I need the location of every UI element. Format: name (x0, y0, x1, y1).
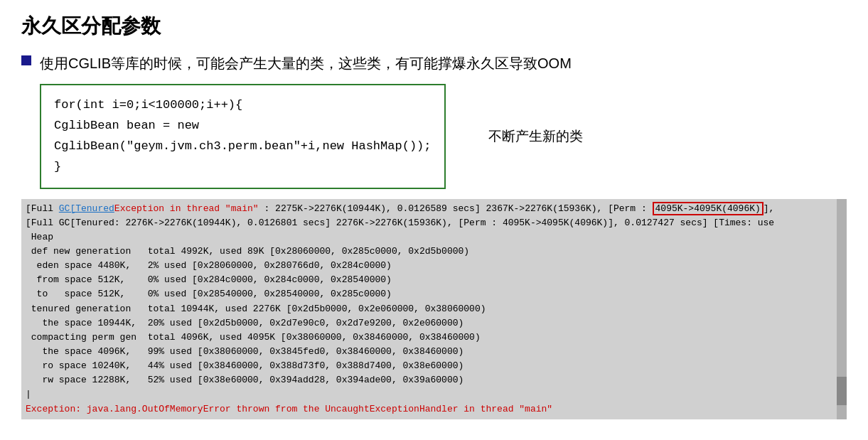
bullet-item: 使用CGLIB等库的时候，可能会产生大量的类，这些类，有可能撑爆永久区导致OOM (21, 53, 847, 74)
exception-line: Exception: java.lang.OutOfMemoryError th… (26, 402, 842, 417)
gc-perm-highlight: 4095K->4095K(4096K) (653, 202, 763, 215)
gc-line-1: [Full GC[TenuredException in thread "mai… (26, 202, 842, 216)
scrollbar-thumb[interactable] (837, 377, 847, 405)
code-line-2: CglibBean bean = new (54, 116, 432, 136)
code-line-3: CglibBean("geym.jvm.ch3.perm.bean"+i,new… (54, 136, 432, 157)
gc-line-2: [Full GC[Tenured: 2276K->2276K(10944K), … (26, 216, 842, 230)
code-line-1: for(int i=0;i<100000;i++){ (54, 95, 432, 116)
gc-tenured-link[interactable]: GC[Tenured (59, 203, 114, 214)
gc-mid-text: : 2275K->2276K(10944K), 0.0126589 secs] … (259, 203, 653, 214)
bullet-icon (21, 55, 31, 65)
cursor: | (26, 389, 31, 399)
code-block: for(int i=0;i<100000;i++){ CglibBean bea… (40, 84, 446, 189)
heap-block: Heap def new generation total 4992K, use… (26, 230, 842, 388)
gc-output-area: [Full GC[TenuredException in thread "mai… (21, 199, 847, 419)
gc-full-prefix: [Full (26, 203, 59, 214)
bullet-text: 使用CGLIB等库的时候，可能会产生大量的类，这些类，有可能撑爆永久区导致OOM (40, 53, 572, 74)
code-comment: 不断产生新的类 (488, 127, 583, 146)
code-line-4: } (54, 157, 432, 178)
page: 永久区分配参数 使用CGLIB等库的时候，可能会产生大量的类，这些类，有可能撑爆… (0, 0, 868, 440)
gc-exception-thread-text: Exception in thread "main" (114, 203, 259, 214)
code-area: for(int i=0;i<100000;i++){ CglibBean bea… (40, 84, 847, 189)
cursor-line: | (26, 387, 842, 402)
gc-line1-suffix: ], (763, 203, 775, 214)
page-title: 永久区分配参数 (21, 13, 847, 40)
scrollbar[interactable] (837, 199, 847, 419)
gc-exception-thread: Exception in thread "main" (114, 203, 259, 214)
